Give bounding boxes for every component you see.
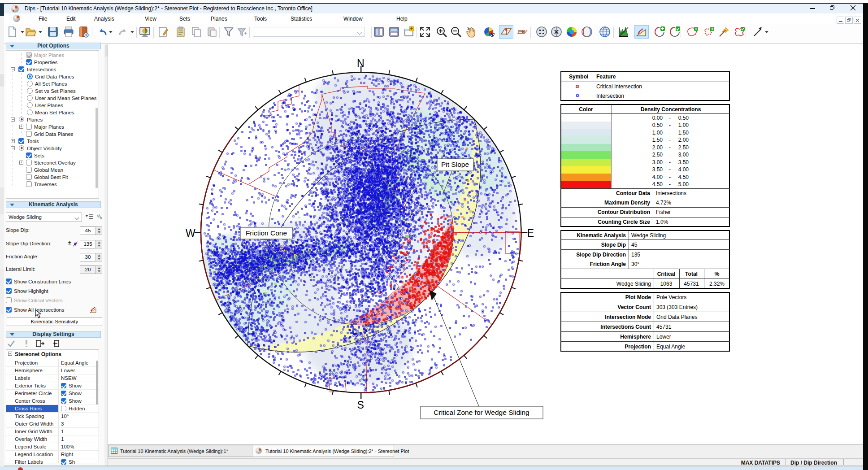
svg-text:Pit Slope: Pit Slope xyxy=(441,161,469,168)
svg-text:S: S xyxy=(357,399,364,411)
svg-text:W: W xyxy=(186,227,195,239)
svg-text:Friction Cone: Friction Cone xyxy=(246,229,287,237)
svg-text:E: E xyxy=(527,227,534,239)
svg-text:Critical Zone for Wedge Slidin: Critical Zone for Wedge Sliding xyxy=(434,409,529,416)
svg-text:N: N xyxy=(357,57,365,69)
